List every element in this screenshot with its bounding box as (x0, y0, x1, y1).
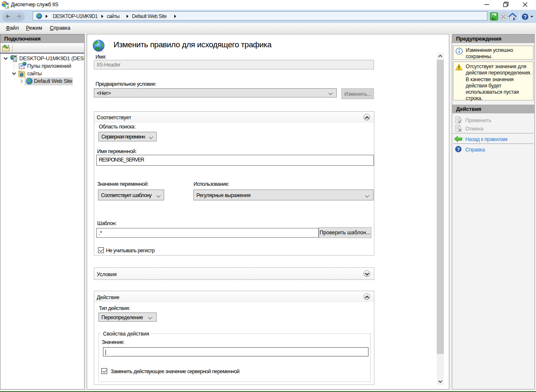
svg-text:?: ? (523, 14, 527, 20)
svg-text:?: ? (457, 147, 460, 152)
